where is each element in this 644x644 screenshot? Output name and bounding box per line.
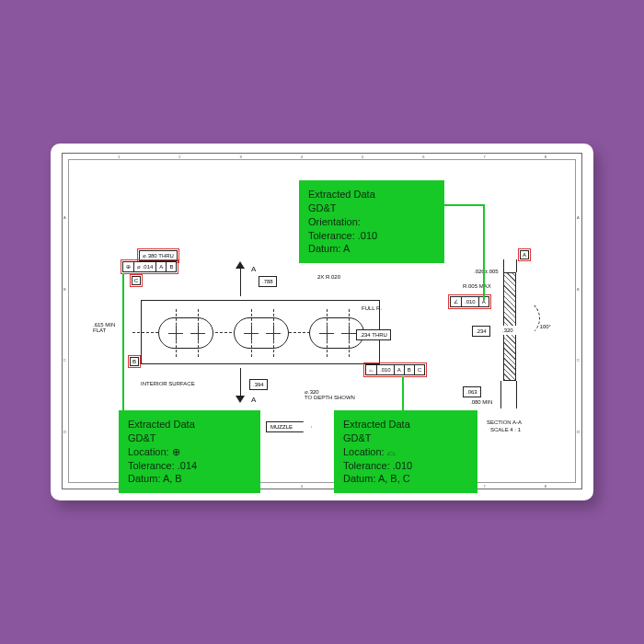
dim-234: .234 xyxy=(472,326,490,337)
ext-line xyxy=(516,259,517,272)
callout-group: GD&T xyxy=(308,201,435,215)
dim-234-thru-val: .234 THRU xyxy=(356,329,391,340)
callout-line: Orientation: xyxy=(308,215,435,229)
datum-c-flag: C xyxy=(132,276,141,285)
connector-top-v xyxy=(483,204,485,300)
dim-r005: R.005 MAX xyxy=(463,283,491,289)
slot-1 xyxy=(158,317,213,349)
callout-line: Datum: A, B, C xyxy=(343,472,468,486)
fcf-profile: ⌓ .010 A B C xyxy=(365,364,425,375)
slot2-vline-r xyxy=(273,309,274,357)
ext-line xyxy=(500,381,501,408)
muzzle-arrow: MUZZLE xyxy=(266,421,312,432)
dim-r020: 2X R.020 xyxy=(317,274,340,280)
document-card: 1 2 3 4 5 6 7 8 1 2 3 4 5 6 7 8 A B C D … xyxy=(51,144,593,500)
callout-line: Datum: A xyxy=(308,242,435,256)
callout-title: Extracted Data xyxy=(308,188,435,201)
slot2-vline-l xyxy=(251,309,252,357)
section-line-bot xyxy=(240,368,241,396)
callout-group: GD&T xyxy=(343,431,468,445)
fcf-dia-380-val: ⌀.380 THRU xyxy=(139,250,178,261)
label-interior-surface: INTERIOR SURFACE xyxy=(141,381,195,386)
slot3-vline-l xyxy=(327,309,328,357)
border-row: D xyxy=(577,429,580,433)
callout-line: Tolerance: .010 xyxy=(308,229,435,243)
section-letter-top: A xyxy=(251,265,256,273)
border-row: B xyxy=(577,286,580,291)
connector-left-v xyxy=(122,273,124,410)
dim-063-val: .063 xyxy=(463,386,481,397)
border-row: A xyxy=(577,215,580,220)
section-arrow-top xyxy=(236,261,245,269)
callout-line: Tolerance: .010 xyxy=(343,459,468,473)
slot-2 xyxy=(234,317,289,349)
dim-788: .788 xyxy=(259,276,277,287)
fcf-position-b: B xyxy=(166,261,177,272)
slot3-vline-r xyxy=(349,309,350,357)
dim-788-val: .788 xyxy=(259,276,277,287)
border-col: 4 xyxy=(301,484,303,489)
border-row: B xyxy=(63,286,66,291)
section-line-top xyxy=(240,269,241,296)
callout-line: Location: ⊕ xyxy=(128,445,251,459)
border-col: 8 xyxy=(545,484,546,489)
dim-320-val: .320 xyxy=(500,326,516,335)
datum-b-flag: B xyxy=(130,357,139,366)
callout-location-left: Extracted Data GD&T Location: ⊕ Toleranc… xyxy=(119,410,260,493)
dim-100deg: 100° xyxy=(540,324,551,329)
fcf-dia-380: ⌀.380 THRU xyxy=(139,250,178,261)
section-scale: SCALE 4 : 1 xyxy=(490,427,521,432)
ext-line xyxy=(503,259,504,272)
section-arrow-bot xyxy=(236,396,245,403)
fcf-angularity-tol: .010 xyxy=(461,296,479,307)
callout-line: Tolerance: .014 xyxy=(128,459,251,473)
dim-fullr: FULL R. xyxy=(362,305,382,311)
fcf-profile-tol: .010 xyxy=(376,364,395,375)
dim-063: .063 xyxy=(463,386,481,397)
dim-320: .320 xyxy=(500,326,516,335)
slot1-vline-l xyxy=(176,309,177,357)
plan-view xyxy=(141,300,380,364)
section-title: SECTION A-A xyxy=(487,420,522,425)
dim-234-thru: .234 THRU xyxy=(356,329,391,340)
border-row: C xyxy=(577,358,580,362)
inner-frame: A A .788 2X R.020 FULL R. .234 THRU .394… xyxy=(68,159,576,483)
datum-a-flag: A xyxy=(520,250,529,259)
fcf-profile-c: C xyxy=(414,364,425,375)
section-view: A .026±.005 R.005 MAX ∠ .010 A .234 .320… xyxy=(444,258,546,405)
border-row: D xyxy=(63,429,66,433)
dim-080: .080 MIN xyxy=(470,399,492,405)
callout-orientation: Extracted Data GD&T Orientation: Toleran… xyxy=(299,180,444,263)
drawing-area: A A .788 2X R.020 FULL R. .234 THRU .394… xyxy=(75,166,569,477)
callout-location-right: Extracted Data GD&T Location: ⌓ Toleranc… xyxy=(334,410,477,493)
border-row: C xyxy=(63,358,66,362)
dim-394: .394 xyxy=(249,379,268,390)
dim-026: .026±.005 xyxy=(474,269,499,274)
drawing-sheet: 1 2 3 4 5 6 7 8 1 2 3 4 5 6 7 8 A B C D … xyxy=(62,153,582,489)
callout-title: Extracted Data xyxy=(128,418,251,431)
callout-line: Datum: A, B xyxy=(128,472,251,486)
border-col: 7 xyxy=(484,484,486,489)
fcf-position-tol: ⌀ .014 xyxy=(133,261,156,272)
dim-394-val: .394 xyxy=(249,379,268,390)
border-ticks-right: A B C D xyxy=(576,159,581,483)
dim-320-depth: ⌀.320 TO DEPTH SHOWN xyxy=(305,388,355,400)
connector-top-h xyxy=(444,204,485,206)
slot1-vline-r xyxy=(198,309,199,357)
muzzle-label: MUZZLE xyxy=(270,424,293,430)
fcf-position: ⊕ ⌀ .014 A B xyxy=(122,261,177,272)
dim-234-val: .234 xyxy=(472,326,490,337)
section-letter-bot: A xyxy=(251,396,256,404)
dim-615: .615 MIN FLAT xyxy=(93,322,115,333)
border-row: A xyxy=(63,215,66,220)
connector-right-v xyxy=(402,376,404,410)
callout-line: Location: ⌓ xyxy=(343,445,468,459)
callout-group: GD&T xyxy=(128,431,251,445)
ext-line xyxy=(516,381,517,408)
callout-title: Extracted Data xyxy=(343,418,468,431)
